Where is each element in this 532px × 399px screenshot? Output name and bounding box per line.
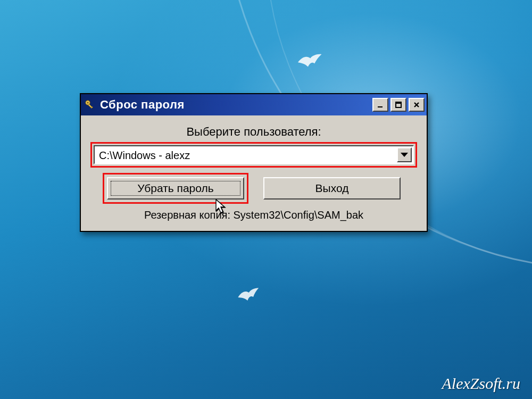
window-controls	[372, 98, 425, 112]
button-label: Выход	[315, 182, 349, 195]
bird-icon	[235, 285, 263, 306]
svg-point-1	[87, 102, 88, 103]
watermark: AlexZsoft.ru	[442, 375, 521, 393]
remove-password-button[interactable]: Убрать пароль	[107, 177, 244, 200]
svg-rect-6	[396, 102, 401, 104]
backup-path-label: Резервная копия: System32\Config\SAM_bak	[94, 209, 414, 221]
exit-button[interactable]: Выход	[263, 177, 401, 200]
dialog-body: Выберите пользователя: C:\Windows - alex…	[81, 115, 427, 231]
password-reset-dialog: Сброс пароля Выберите пользователя: C:\W…	[80, 93, 428, 232]
chevron-down-icon[interactable]	[397, 147, 412, 162]
window-title: Сброс пароля	[100, 98, 372, 112]
select-user-label: Выберите пользователя:	[94, 125, 414, 139]
button-row: Убрать пароль Выход	[94, 177, 414, 200]
maximize-button[interactable]	[390, 98, 406, 112]
desktop-background: Сброс пароля Выберите пользователя: C:\W…	[0, 0, 532, 399]
user-dropdown[interactable]: C:\Windows - alexz	[94, 145, 414, 164]
minimize-button[interactable]	[372, 98, 388, 112]
key-icon	[84, 99, 96, 111]
dropdown-selected-value: C:\Windows - alexz	[99, 149, 190, 161]
bird-icon	[296, 51, 325, 72]
button-label: Убрать пароль	[137, 182, 213, 195]
titlebar[interactable]: Сброс пароля	[81, 94, 427, 115]
svg-rect-4	[378, 106, 383, 107]
close-button[interactable]	[409, 98, 425, 112]
